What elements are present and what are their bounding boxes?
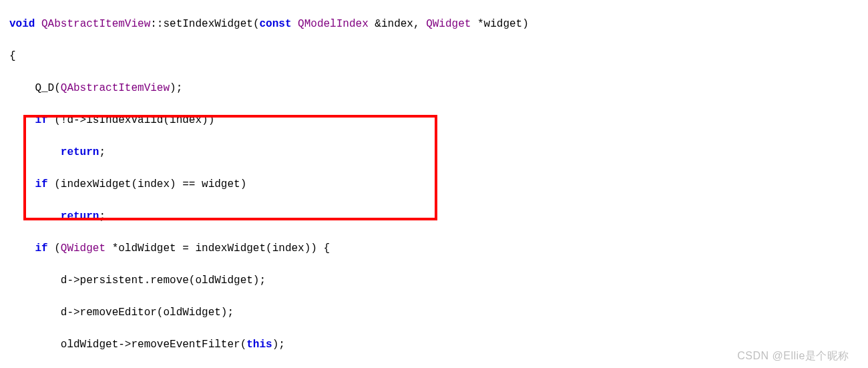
code-line: if (!d->isIndexValid(index)) [9,112,868,128]
code-line: void QAbstractItemView::setIndexWidget(c… [9,16,868,32]
token-type: QAbstractItemView [41,18,150,30]
code-line: d->removeEditor(oldWidget); [9,305,868,321]
code-line: if (indexWidget(index) == widget) [9,176,868,192]
code-line: Q_D(QAbstractItemView); [9,80,868,96]
token-keyword: void [9,18,35,30]
code-editor[interactable]: void QAbstractItemView::setIndexWidget(c… [0,0,868,368]
code-line: d->persistent.remove(oldWidget); [9,272,868,289]
code-line: return; [9,208,868,224]
code-line: return; [9,144,868,160]
code-line: if (QWidget *oldWidget = indexWidget(ind… [9,240,868,256]
watermark-label: CSDN @Ellie是个昵称 [737,348,849,364]
code-line: { [9,48,868,64]
